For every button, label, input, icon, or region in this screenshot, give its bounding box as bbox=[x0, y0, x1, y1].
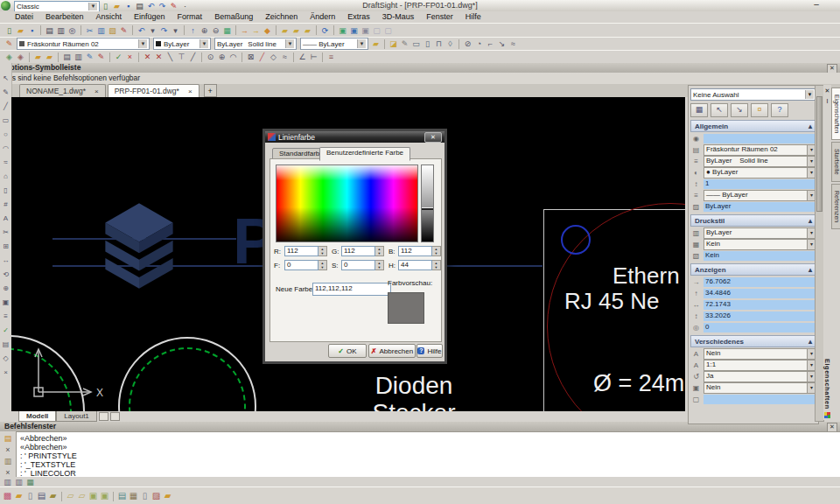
offset-icon[interactable]: ≈ bbox=[279, 52, 290, 62]
property-value[interactable]: Nein▾ bbox=[704, 348, 816, 360]
layer-dropdown[interactable]: Fräskontur Räumen 02 ▼ bbox=[17, 38, 150, 50]
properties-painter-icon[interactable]: ✎ bbox=[399, 38, 410, 49]
sheets-icon[interactable]: ▥ bbox=[73, 52, 84, 62]
export-folder-icon[interactable]: ▰ bbox=[47, 490, 59, 502]
chevron-down-icon[interactable]: ▼ bbox=[138, 39, 147, 48]
new-color-input[interactable]: 112,112,112 bbox=[312, 283, 391, 296]
move-icon[interactable]: ↔ bbox=[1, 256, 10, 266]
new-tab-button[interactable]: + bbox=[204, 84, 217, 97]
table-tool-icon[interactable]: ▤ bbox=[1, 340, 10, 350]
format-painter-icon[interactable]: ✎ bbox=[118, 25, 130, 36]
arc-icon[interactable]: ◠ bbox=[1, 144, 10, 154]
tab-scroll-left[interactable] bbox=[99, 412, 108, 421]
property-value[interactable]: Fräskontur Räumen 02▾ bbox=[704, 144, 816, 156]
hatch-icon[interactable]: # bbox=[1, 200, 10, 210]
mirror-icon[interactable]: ◇ bbox=[268, 52, 279, 62]
cut-icon[interactable]: ✂ bbox=[84, 25, 95, 36]
saturation-spinner[interactable]: 0 ▴▾ bbox=[341, 260, 384, 270]
dialog-close-button[interactable]: ✕ bbox=[424, 132, 442, 143]
delete2-icon[interactable]: ✕ bbox=[153, 52, 164, 62]
pointer-icon[interactable]: ↖ bbox=[1, 74, 10, 84]
select-matching-icon[interactable]: ▦ bbox=[690, 103, 708, 117]
corner-icon[interactable]: ⌐ bbox=[485, 38, 496, 49]
angle-icon[interactable]: ∠ bbox=[297, 52, 308, 62]
command-history[interactable]: «Abbrechen»«Abbrechen»: ' PRINTSTYLE: '_… bbox=[16, 431, 840, 480]
cancel-button[interactable]: ✗ Abbrechen bbox=[368, 344, 416, 358]
command-paste-icon[interactable]: ▥ bbox=[3, 456, 14, 466]
property-value[interactable]: Nein▾ bbox=[704, 382, 816, 394]
green-value[interactable]: 112 bbox=[341, 246, 375, 256]
layer-manager-icon[interactable]: ✎ bbox=[4, 38, 15, 49]
layers-icon[interactable]: ≡ bbox=[1, 312, 10, 322]
zoom-out-icon[interactable]: ⊖ bbox=[210, 25, 221, 36]
folder-b-icon[interactable]: ▰ bbox=[290, 25, 302, 36]
undo-icon[interactable]: ↶ bbox=[136, 25, 147, 36]
line-icon[interactable]: ╱ bbox=[1, 102, 10, 112]
menu-extras[interactable]: Extras bbox=[341, 11, 376, 23]
plot-icon[interactable]: ◎ bbox=[66, 25, 78, 36]
ink-icon[interactable]: ✎ bbox=[95, 52, 107, 62]
pattern-icon[interactable]: ⊞ bbox=[1, 242, 10, 252]
flag-icon[interactable]: ≡ bbox=[326, 52, 337, 62]
qat-new-icon[interactable]: ▯ bbox=[100, 1, 111, 11]
spinner-arrows-icon[interactable]: ▴▾ bbox=[318, 246, 327, 256]
folder-a-icon[interactable]: ▰ bbox=[279, 25, 290, 36]
line-tool-icon[interactable]: ╲ bbox=[164, 52, 176, 62]
menu-zeichnen[interactable]: Zeichnen bbox=[259, 11, 304, 23]
sheet-icon[interactable]: ▥ bbox=[2, 477, 13, 487]
qat-save-icon[interactable]: ▪ bbox=[122, 1, 134, 11]
no-entry-icon[interactable]: ⊘ bbox=[462, 38, 473, 49]
angle-line-icon[interactable]: ╱ bbox=[187, 52, 199, 62]
folder2-icon[interactable]: ▰ bbox=[162, 490, 173, 502]
tab-custom-color[interactable]: Benutzerdefinierte Farbe bbox=[319, 147, 410, 161]
property-value[interactable]: Ja▾ bbox=[704, 371, 816, 382]
spinner-arrows-icon[interactable]: ▴▾ bbox=[432, 260, 441, 270]
chevron-down-icon[interactable]: ▼ bbox=[805, 90, 814, 99]
open-folder-icon[interactable]: ▰ bbox=[13, 490, 24, 502]
palette-pin-icon[interactable]: I bbox=[824, 97, 830, 105]
menu-hilfe[interactable]: Hilfe bbox=[459, 11, 487, 23]
script-icon[interactable]: ▤ bbox=[36, 490, 47, 502]
save-icon[interactable]: ▪ bbox=[26, 25, 38, 36]
sketch-icon[interactable]: ✎ bbox=[1, 88, 10, 98]
folders-icon[interactable]: ▰ bbox=[32, 52, 44, 62]
print-icon[interactable]: ▤ bbox=[44, 25, 55, 36]
edit-sheet-icon[interactable]: ▤ bbox=[116, 490, 128, 502]
property-value[interactable]: 0 bbox=[704, 323, 816, 332]
page-icon[interactable]: ▯ bbox=[139, 490, 150, 502]
menu-bemaßung[interactable]: Bemaßung bbox=[208, 11, 259, 23]
redo-dropdown-icon[interactable]: ▾ bbox=[170, 25, 181, 36]
palette-tab-startseite[interactable]: Startseite bbox=[831, 142, 840, 182]
lightness-spinner[interactable]: 44 ▴▾ bbox=[398, 260, 441, 270]
circle-icon[interactable]: ○ bbox=[1, 130, 10, 140]
scrollbar-thumb[interactable] bbox=[816, 96, 822, 212]
paste-sheet-icon[interactable]: ▣ bbox=[88, 490, 99, 502]
chevron-down-icon[interactable]: ▼ bbox=[357, 39, 366, 48]
folders2-icon[interactable]: ▰ bbox=[44, 52, 55, 62]
folder-c-icon[interactable]: ▰ bbox=[302, 25, 313, 36]
spline-icon[interactable]: ≈ bbox=[1, 158, 10, 168]
slope-icon[interactable]: ╱ bbox=[256, 52, 268, 62]
property-value[interactable]: 76.7062 bbox=[704, 277, 816, 287]
property-value[interactable]: 33.2026 bbox=[704, 312, 816, 321]
check-tool-icon[interactable]: ✓ bbox=[1, 326, 10, 336]
palette-tab-referenzen[interactable]: Referenzen bbox=[831, 184, 840, 229]
section-header-druckstil[interactable]: Druckstil▴ bbox=[690, 214, 816, 227]
grid-icon[interactable]: ▦ bbox=[24, 477, 36, 487]
menu-bearbeiten[interactable]: Bearbeiten bbox=[39, 11, 90, 23]
chevron-down-icon[interactable]: ▼ bbox=[200, 39, 208, 48]
menu-ansicht[interactable]: Ansicht bbox=[90, 11, 129, 23]
redo-icon[interactable]: ↷ bbox=[158, 25, 170, 36]
section-header-anzeigen[interactable]: Anzeigen▴ bbox=[690, 263, 816, 276]
qat-open-icon[interactable]: ▰ bbox=[111, 1, 122, 11]
chevron-down-icon[interactable]: ▼ bbox=[88, 3, 97, 10]
document-tab-prp-fp01-01-dwg-[interactable]: PRP-FP01-01.dwg*× bbox=[108, 84, 200, 97]
sheet-tab-modell[interactable]: Modell bbox=[18, 411, 56, 422]
document-tab-noname-1-dwg-[interactable]: NONAME_1.dwg*× bbox=[19, 84, 106, 97]
menu-format[interactable]: Format bbox=[172, 11, 209, 23]
qat-more-icon[interactable]: · bbox=[179, 1, 191, 11]
printers-icon[interactable]: ▤ bbox=[61, 52, 73, 62]
slider-marker[interactable] bbox=[422, 207, 433, 210]
qat-undo-icon[interactable]: ↶ bbox=[145, 1, 157, 11]
copy-sheet2-icon[interactable]: ▱ bbox=[76, 490, 88, 502]
